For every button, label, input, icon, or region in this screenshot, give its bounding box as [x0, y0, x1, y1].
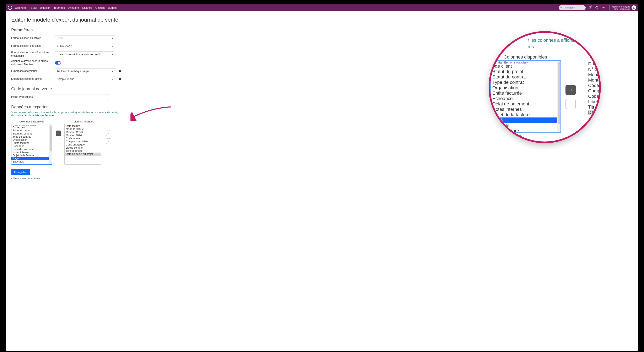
info-icon[interactable] — [119, 78, 121, 80]
list-item[interactable]: ode client — [491, 63, 557, 69]
nav-item[interactable]: Gestion — [95, 6, 105, 9]
client-accounts-label: Export des comptes clients — [11, 77, 55, 81]
move-right-button[interactable]: → — [566, 85, 576, 95]
info-icon[interactable] — [119, 70, 121, 72]
list-item[interactable]: Libelle — [588, 99, 599, 104]
list-item[interactable]: Objet de la facture — [12, 154, 49, 157]
list-item[interactable]: Date facture — [64, 124, 101, 128]
save-button[interactable]: Enregistrer — [11, 169, 30, 175]
code-input[interactable] — [48, 94, 109, 100]
list-item[interactable]: Payé — [491, 117, 557, 123]
nav-item[interactable]: Diffusion — [40, 6, 50, 9]
nav-item[interactable]: Budget — [108, 6, 116, 9]
list-item[interactable]: Compte comptable — [64, 140, 101, 143]
list-item[interactable]: Payé — [12, 157, 49, 160]
list-item[interactable]: Date de début du projet — [64, 153, 101, 156]
svg-point-5 — [634, 7, 634, 8]
date-format-label: Format d'export des dates — [11, 44, 55, 48]
user-block[interactable]: Appoline François Parrot Productions — [609, 5, 636, 10]
list-item[interactable]: Statut du projet — [12, 129, 49, 132]
search-input[interactable]: Recherche — [558, 5, 586, 10]
list-item[interactable]: Entité facturée — [491, 90, 557, 96]
move-left-button[interactable]: ← — [566, 99, 576, 109]
move-down-button[interactable]: ↓ — [106, 138, 111, 144]
list-item[interactable]: Type de contrat — [12, 135, 49, 138]
list-item[interactable]: Entité facturée — [12, 142, 49, 145]
nav-item[interactable]: Annuaire — [68, 6, 79, 9]
file-format-select[interactable]: Excel — [55, 35, 115, 41]
user-name: Appoline François — [612, 5, 630, 8]
credit-debit-label: Format d'export des informations crédit/… — [11, 51, 55, 57]
list-item[interactable]: Code client — [12, 126, 49, 129]
list-item[interactable]: Délai de paiement — [491, 101, 557, 107]
magnifier-callout: r les colonnes à afficher (et leu res. C… — [488, 31, 601, 143]
nav-item[interactable]: Calendrier — [15, 6, 28, 9]
analytics-select[interactable]: Traitement analytique simple — [55, 68, 115, 74]
show-currency-label: Afficher la devise dans la ou les colonn… — [11, 59, 55, 66]
available-cols-title: Colonnes disponibles — [11, 120, 52, 123]
list-item[interactable]: Compt — [588, 88, 599, 94]
available-cols-listbox-zoom[interactable]: te de fin du projet ode clientStatut du … — [490, 60, 561, 133]
svg-line-1 — [561, 8, 562, 8]
help-icon[interactable] — [594, 5, 600, 10]
list-item[interactable]: Type de contrat — [491, 80, 557, 85]
list-item[interactable]: Statut du contrat — [12, 132, 49, 135]
list-item[interactable]: Titre du projet — [64, 149, 101, 153]
list-item[interactable]: Statut du projet — [491, 69, 557, 74]
back-link[interactable]: « Retour aux paramètres — [11, 177, 633, 180]
gear-icon[interactable] — [601, 5, 607, 10]
list-item[interactable]: Code analytique — [64, 143, 101, 146]
search-placeholder: Recherche — [564, 6, 574, 9]
help-text: Vous pouvez définir les colonnes à affic… — [11, 111, 124, 117]
list-item[interactable]: Date de fin du projet — [12, 124, 49, 126]
list-item[interactable]: Organisation — [491, 85, 557, 90]
top-nav: CalendrierSuiviDiffusionTournéesAnnuaire… — [6, 4, 638, 11]
user-org: Parrot Productions — [612, 8, 630, 10]
credit-debit-select[interactable]: Une colonne débit, une colonne crédit — [55, 51, 115, 57]
list-item[interactable]: Libellé compte — [64, 146, 101, 149]
available-cols-title: Colonnes disponibles — [504, 54, 547, 60]
list-item[interactable]: N° de la facture — [64, 128, 101, 131]
move-right-button[interactable]: → — [56, 131, 61, 136]
list-item[interactable]: Objet de la facture — [491, 112, 557, 117]
list-item[interactable]: Monta — [588, 77, 599, 83]
shown-cols-title: Colonnes affichées — [64, 120, 102, 123]
nav-item[interactable]: Suivi — [31, 6, 36, 9]
shown-cols-listbox[interactable]: Date factureN° de la factureMontant Créd… — [64, 124, 102, 165]
svg-point-4 — [604, 7, 604, 8]
bell-icon[interactable] — [587, 5, 593, 10]
nav-item[interactable]: Tournées — [54, 6, 65, 9]
list-item[interactable]: Mont — [588, 72, 599, 77]
show-currency-toggle[interactable] — [55, 61, 61, 64]
analytics-label: Export des analytiques — [11, 69, 55, 73]
page-title: Éditer le modèle d'export du journal de … — [11, 16, 633, 23]
avatar-icon — [632, 5, 636, 10]
nav-item[interactable]: Salariés — [82, 6, 92, 9]
list-item[interactable]: te de fin du projet — [491, 61, 557, 63]
list-item[interactable]: Code j — [588, 83, 599, 88]
move-up-button[interactable]: ↑ — [106, 131, 111, 136]
list-item[interactable]: Code journal — [64, 137, 101, 140]
list-item[interactable]: Statut du contrat — [491, 74, 557, 80]
list-item[interactable]: Montant Débit — [64, 134, 101, 137]
list-item[interactable]: Montant Crédit — [64, 131, 101, 134]
list-item[interactable]: Échéance — [12, 145, 49, 148]
list-item[interactable]: Spectacle — [12, 160, 49, 163]
available-cols-listbox[interactable]: Date de fin du projet Code clientStatut … — [11, 124, 52, 165]
list-item[interactable]: Notes internes — [491, 107, 557, 112]
list-item[interactable]: Code a — [588, 94, 599, 99]
client-accounts-select[interactable]: Compte unique — [55, 76, 115, 82]
list-item[interactable]: Référence facture — [12, 163, 49, 164]
list-item[interactable]: Notes internes — [12, 151, 49, 154]
list-item[interactable]: Organisation — [12, 138, 49, 142]
code-label: Parrot Productions — [11, 95, 48, 99]
scrollbar[interactable] — [49, 124, 52, 164]
date-format-select[interactable]: JJ-MM-AAAA — [55, 43, 115, 49]
scrollbar[interactable] — [557, 61, 560, 132]
logo-icon — [8, 5, 12, 10]
move-left-button[interactable]: ← — [56, 138, 61, 143]
svg-point-0 — [560, 7, 562, 8]
list-item[interactable]: Délai de paiement — [12, 148, 49, 151]
list-item[interactable]: Échéance — [491, 96, 557, 101]
file-format-label: Format d'export du fichier — [11, 36, 55, 40]
